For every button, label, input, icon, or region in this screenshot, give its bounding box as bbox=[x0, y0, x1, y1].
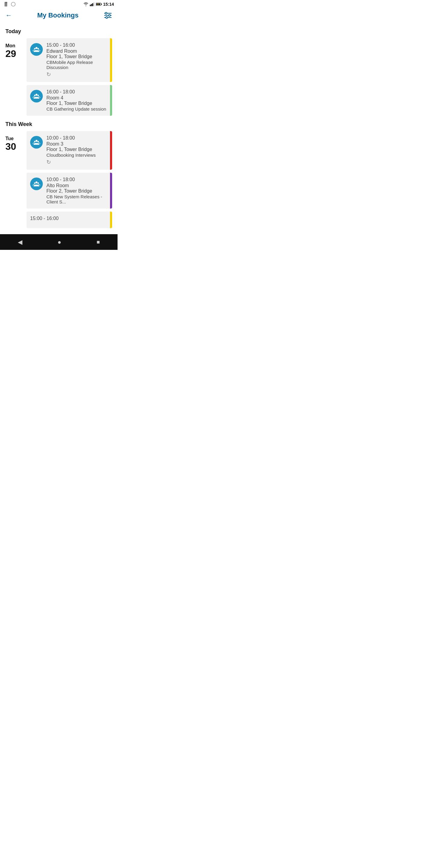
day-name-mon: Mon bbox=[5, 43, 16, 49]
page-title: My Bookings bbox=[37, 11, 79, 19]
recurring-icon: ↻ bbox=[46, 159, 107, 165]
booking-room: Room 3 bbox=[46, 141, 107, 147]
back-button[interactable]: ← bbox=[5, 11, 12, 19]
booking-info: 10:00 - 18:00 Alto Room Floor 2, Tower B… bbox=[46, 177, 112, 204]
battery-icon bbox=[96, 2, 102, 6]
booking-room: Alto Room bbox=[46, 183, 107, 188]
svg-point-19 bbox=[106, 17, 107, 19]
svg-point-29 bbox=[36, 181, 38, 184]
booking-card[interactable]: 10:00 - 18:00 Alto Room Floor 2, Tower B… bbox=[27, 173, 112, 209]
booking-title: Cloudbooking Interviews bbox=[46, 153, 107, 158]
booking-room: Edward Room bbox=[46, 49, 107, 54]
booking-location: Floor 2, Tower Bridge bbox=[46, 188, 107, 194]
svg-point-25 bbox=[37, 95, 39, 96]
booking-title: CB Gathering Update session bbox=[46, 106, 107, 112]
booking-location: Floor 1, Tower Bridge bbox=[46, 101, 107, 106]
day-label-mon29: Mon 29 bbox=[5, 38, 27, 59]
booking-time: 10:00 - 18:00 bbox=[46, 177, 107, 182]
svg-rect-8 bbox=[92, 3, 93, 6]
today-day-group: Mon 29 15:00 - 16:00 bbox=[5, 38, 112, 116]
booking-icon bbox=[30, 43, 43, 56]
svg-point-20 bbox=[36, 47, 38, 49]
thisweek-bookings: 10:00 - 18:00 Room 3 Floor 1, Tower Brid… bbox=[27, 131, 112, 228]
svg-point-27 bbox=[34, 141, 36, 142]
booking-card-partial[interactable]: 15:00 - 16:00 bbox=[27, 212, 112, 228]
booking-accent bbox=[110, 131, 112, 170]
booking-title: CB New System Releases - Client S... bbox=[46, 194, 107, 204]
svg-rect-3 bbox=[7, 2, 7, 3]
filter-icon[interactable] bbox=[104, 12, 112, 19]
booking-info: 16:00 - 18:00 Room 4 Floor 1, Tower Brid… bbox=[46, 89, 112, 112]
booking-accent bbox=[110, 212, 112, 228]
circle-icon bbox=[11, 2, 16, 7]
svg-point-4 bbox=[11, 2, 15, 6]
header: ← My Bookings bbox=[0, 8, 118, 22]
booking-accent bbox=[110, 173, 112, 209]
nav-back-button[interactable]: ◀ bbox=[18, 239, 22, 246]
this-week-section-label: This Week bbox=[5, 121, 112, 127]
booking-icon bbox=[30, 90, 43, 102]
nav-recent-button[interactable]: ■ bbox=[96, 239, 100, 245]
svg-rect-6 bbox=[90, 5, 91, 6]
booking-accent bbox=[110, 38, 112, 82]
svg-rect-1 bbox=[5, 2, 6, 3]
wifi-icon bbox=[83, 2, 89, 6]
svg-point-22 bbox=[37, 48, 39, 50]
svg-point-17 bbox=[105, 12, 107, 14]
content: Today Mon 29 bbox=[0, 22, 118, 228]
svg-point-21 bbox=[34, 48, 36, 50]
today-bookings: 15:00 - 16:00 Edward Room Floor 1, Tower… bbox=[27, 38, 112, 116]
sd-icon bbox=[4, 1, 9, 7]
status-icons-left bbox=[4, 1, 16, 7]
svg-point-23 bbox=[36, 94, 38, 96]
recurring-icon: ↻ bbox=[46, 71, 107, 78]
booking-location: Floor 1, Tower Bridge bbox=[46, 147, 107, 152]
svg-rect-11 bbox=[101, 4, 102, 5]
svg-point-26 bbox=[36, 140, 38, 142]
booking-info: 10:00 - 18:00 Room 3 Floor 1, Tower Brid… bbox=[46, 135, 112, 165]
booking-time: 10:00 - 18:00 bbox=[46, 135, 107, 141]
svg-rect-9 bbox=[93, 2, 94, 6]
booking-room: Room 4 bbox=[46, 95, 107, 101]
svg-rect-7 bbox=[91, 4, 92, 6]
status-bar: 15:14 bbox=[0, 0, 118, 8]
booking-location: Floor 1, Tower Bridge bbox=[46, 54, 107, 59]
booking-info: 15:00 - 16:00 Edward Room Floor 1, Tower… bbox=[46, 42, 112, 78]
booking-card[interactable]: 15:00 - 16:00 Edward Room Floor 1, Tower… bbox=[27, 38, 112, 82]
booking-info-partial: 15:00 - 16:00 bbox=[30, 216, 112, 222]
svg-point-5 bbox=[86, 5, 86, 6]
booking-card[interactable]: 10:00 - 18:00 Room 3 Floor 1, Tower Brid… bbox=[27, 131, 112, 170]
svg-point-30 bbox=[34, 182, 36, 184]
svg-point-18 bbox=[108, 14, 110, 16]
svg-point-28 bbox=[37, 141, 39, 142]
day-label-tue30: Tue 30 bbox=[5, 131, 27, 152]
day-num-30: 30 bbox=[5, 141, 16, 152]
nav-bar: ◀ ● ■ bbox=[0, 234, 118, 250]
booking-icon bbox=[30, 136, 43, 149]
svg-rect-2 bbox=[6, 2, 7, 3]
booking-accent bbox=[110, 85, 112, 116]
day-name-tue: Tue bbox=[5, 136, 13, 141]
svg-point-31 bbox=[37, 182, 39, 184]
status-icons-right: 15:14 bbox=[83, 2, 114, 7]
status-time: 15:14 bbox=[103, 2, 114, 7]
booking-time: 15:00 - 16:00 bbox=[30, 216, 107, 221]
thisweek-day-group: Tue 30 10:00 - 18:00 bbox=[5, 131, 112, 228]
booking-icon bbox=[30, 178, 43, 190]
booking-card[interactable]: 16:00 - 18:00 Room 4 Floor 1, Tower Brid… bbox=[27, 85, 112, 116]
booking-time: 16:00 - 18:00 bbox=[46, 89, 107, 95]
booking-title: CBMobile App Release Discussion bbox=[46, 60, 107, 70]
nav-home-button[interactable]: ● bbox=[58, 239, 61, 246]
booking-time: 15:00 - 16:00 bbox=[46, 42, 107, 48]
svg-point-24 bbox=[34, 95, 36, 96]
today-section-label: Today bbox=[5, 28, 112, 35]
signal-icon bbox=[90, 2, 95, 6]
day-num-29: 29 bbox=[5, 49, 16, 59]
